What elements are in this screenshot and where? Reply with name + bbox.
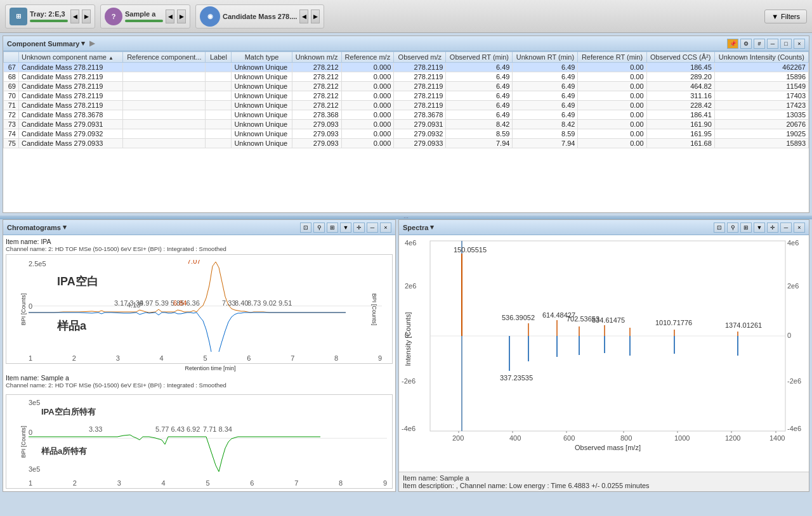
cell-ref <box>123 63 206 72</box>
col-ref-rt[interactable]: Reference RT (min) <box>578 52 646 63</box>
tray-next-btn[interactable]: ▶ <box>82 10 91 23</box>
table-row[interactable]: 68 Candidate Mass 278.2119 Unknown Uniqu… <box>4 72 809 82</box>
table-scroll-area[interactable]: Unknown component name ▲ Reference compo… <box>3 51 809 212</box>
chrom-icon-btn1[interactable]: ⊡ <box>300 223 311 233</box>
cell-ref <box>123 120 206 129</box>
cell-rownum: 72 <box>4 110 19 120</box>
col-obs-ccs[interactable]: Observed CCS (Å²) <box>646 52 714 63</box>
cell-unk-int: 17403 <box>714 91 808 101</box>
col-unk-rt[interactable]: Unknown RT (min) <box>513 52 578 63</box>
chrom-icon-btn2[interactable]: ⚲ <box>313 223 325 233</box>
filters-label: Filters <box>781 13 800 20</box>
svg-text:8.73 9.02 9.51: 8.73 9.02 9.51 <box>247 299 292 307</box>
cell-match-type: Unknown Unique <box>232 101 292 110</box>
col-name[interactable]: Unknown component name ▲ <box>19 52 123 63</box>
svg-text:5.77 6.43 6.92: 5.77 6.43 6.92 <box>155 425 200 433</box>
table-row[interactable]: 67 Candidate Mass 278.2119 Unknown Uniqu… <box>4 63 809 72</box>
chrom-move-btn[interactable]: ✛ <box>353 223 365 233</box>
cell-unk-int: 20676 <box>714 120 808 129</box>
svg-text:536.39052: 536.39052 <box>502 314 535 321</box>
cell-unk-int: 19025 <box>714 129 808 139</box>
filters-button[interactable]: ▼ Filters <box>764 10 807 23</box>
table-row[interactable]: 71 Candidate Mass 278.2119 Unknown Uniqu… <box>4 101 809 110</box>
panel-hash-btn[interactable]: # <box>754 39 765 49</box>
cell-name: Candidate Mass 279.0933 <box>19 139 123 148</box>
cell-rownum: 69 <box>4 82 19 91</box>
cell-unk-mz: 278.212 <box>292 72 341 82</box>
cell-obs-mz: 278.2119 <box>394 72 446 82</box>
col-ref[interactable]: Reference component... <box>123 52 206 63</box>
cell-ref-mz: 0.000 <box>341 129 394 139</box>
sample-next-btn[interactable]: ▶ <box>177 10 186 23</box>
spectra-footer-line2: Item description: , Channel name: Low en… <box>403 482 805 489</box>
cell-rownum: 67 <box>4 63 19 72</box>
table-row[interactable]: 75 Candidate Mass 279.0933 Unknown Uniqu… <box>4 139 809 148</box>
table-row[interactable]: 72 Candidate Mass 278.3678 Unknown Uniqu… <box>4 110 809 120</box>
cell-obs-ccs: 161.68 <box>646 139 714 148</box>
tray-prev-btn[interactable]: ◀ <box>70 10 79 23</box>
cell-ref <box>123 110 206 120</box>
panel-pin-btn[interactable]: 📌 <box>727 39 738 49</box>
svg-text:-4e6: -4e6 <box>787 425 801 432</box>
spectra-move-btn[interactable]: ✛ <box>767 223 778 233</box>
panel-restore-btn[interactable]: □ <box>780 39 792 49</box>
bottom-panels: Chromatograms ▾ ⊡ ⚲ ⊞ ▼ ✛ ─ × Item name:… <box>3 219 809 492</box>
tray-icon: ⊞ <box>10 8 27 25</box>
spectra-icon-btn3[interactable]: ⊞ <box>740 223 752 233</box>
svg-text:337.23535: 337.23535 <box>500 374 533 382</box>
sample-progress <box>125 20 163 22</box>
chrom-content: Item name: IPA Channel name: 2: HD TOF M… <box>3 235 395 491</box>
cell-obs-mz: 278.2119 <box>394 63 446 72</box>
col-obs-rt[interactable]: Observed RT (min) <box>446 52 513 63</box>
svg-text:-4e6: -4e6 <box>402 425 416 432</box>
table-row[interactable]: 74 Candidate Mass 279.0932 Unknown Uniqu… <box>4 129 809 139</box>
col-obs-mz[interactable]: Observed m/z <box>394 52 446 63</box>
upper-item-name: Item name: IPA <box>6 238 393 245</box>
cell-match-type: Unknown Unique <box>232 129 292 139</box>
panel-settings-btn[interactable]: ⚙ <box>740 39 752 49</box>
candidate-prev-btn[interactable]: ◀ <box>299 10 308 23</box>
sample-prev-btn[interactable]: ◀ <box>166 10 174 23</box>
svg-text:4.13: 4.13 <box>127 301 140 309</box>
svg-text:Intensity [Counts]: Intensity [Counts] <box>404 313 412 366</box>
chrom-dropdown-btn[interactable]: ▼ <box>340 223 351 233</box>
col-unk-int[interactable]: Unknown Intensity (Counts) <box>714 52 808 63</box>
candidate-next-btn[interactable]: ▶ <box>311 10 320 23</box>
panel-close-btn[interactable]: × <box>794 39 805 49</box>
svg-text:4.97 5.39 5.85 6.36: 4.97 5.39 5.85 6.36 <box>140 299 200 307</box>
table-row[interactable]: 70 Candidate Mass 278.2119 Unknown Uniqu… <box>4 91 809 101</box>
spectra-dropdown-icon[interactable]: ▾ <box>430 223 434 231</box>
cell-label <box>206 139 232 148</box>
col-match[interactable]: Match type <box>232 52 292 63</box>
col-unk-mz[interactable]: Unknown m/z <box>292 52 341 63</box>
col-ref-mz[interactable]: Reference m/z <box>341 52 394 63</box>
chrom-icon-btn3[interactable]: ⊞ <box>327 223 338 233</box>
table-row[interactable]: 69 Candidate Mass 278.2119 Unknown Uniqu… <box>4 82 809 91</box>
component-summary-title: Component Summary ▾ ▶ <box>7 39 95 48</box>
spectra-icon-btn1[interactable]: ⊡ <box>714 223 725 233</box>
sample-info: Sample a <box>125 10 163 22</box>
cell-obs-rt: 6.49 <box>446 82 513 91</box>
component-summary-dropdown-icon[interactable]: ▾ <box>81 39 85 48</box>
chrom-dropdown-icon[interactable]: ▾ <box>63 223 67 231</box>
cell-obs-ccs: 289.20 <box>646 72 714 82</box>
component-summary-header: Component Summary ▾ ▶ 📌 ⚙ # ─ □ × <box>3 36 809 51</box>
panel-minimize-btn[interactable]: ─ <box>767 39 778 49</box>
cell-obs-mz: 279.0931 <box>394 120 446 129</box>
chrom-close-btn[interactable]: × <box>380 223 391 233</box>
svg-text:1000: 1000 <box>674 434 690 442</box>
spectra-minimize-btn[interactable]: ─ <box>780 223 792 233</box>
col-label[interactable]: Label <box>206 52 232 63</box>
cell-name: Candidate Mass 279.0932 <box>19 129 123 139</box>
chrom-minimize-btn[interactable]: ─ <box>367 223 378 233</box>
spectra-icon-btn2[interactable]: ⚲ <box>727 223 738 233</box>
tray-label: Tray: 2:E,3 <box>30 10 68 18</box>
spectra-dropdown-btn[interactable]: ▼ <box>754 223 765 233</box>
cell-ref-mz: 0.000 <box>341 91 394 101</box>
cell-obs-rt: 8.42 <box>446 120 513 129</box>
upper-chart-area: BPI [Counts] BPI [Counts] IPA空白 样品a 3.17… <box>6 254 393 364</box>
spectra-close-btn[interactable]: × <box>794 223 805 233</box>
table-row[interactable]: 73 Candidate Mass 279.0931 Unknown Uniqu… <box>4 120 809 129</box>
cell-label <box>206 63 232 72</box>
svg-text:3e5: 3e5 <box>29 465 40 473</box>
